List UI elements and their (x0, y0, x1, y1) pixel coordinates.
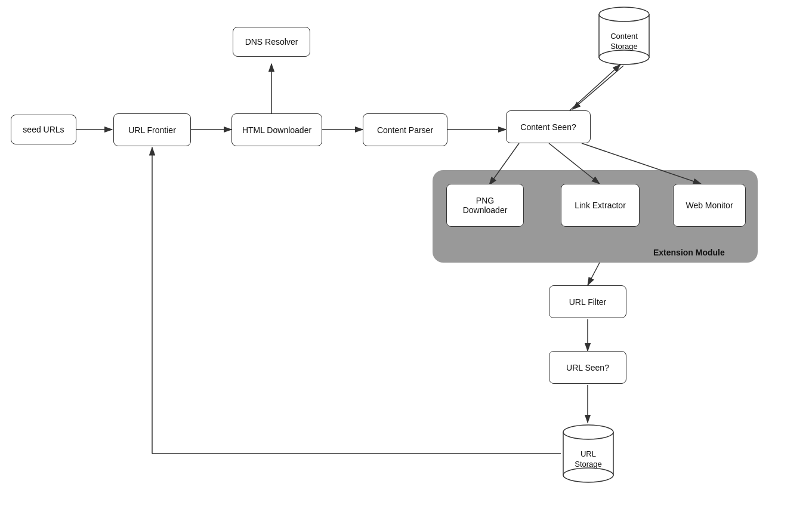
content-parser-node: Content Parser (363, 113, 447, 146)
arrows-layer (0, 0, 812, 530)
web-monitor-node: Web Monitor (673, 184, 746, 227)
png-downloader-node: PNG Downloader (446, 184, 524, 227)
svg-point-21 (563, 425, 613, 439)
extension-module-label: Extension Module (653, 248, 725, 257)
svg-line-6 (573, 66, 623, 109)
svg-point-20 (563, 468, 613, 482)
url-frontier-node: URL Frontier (113, 113, 191, 146)
content-seen-node: Content Seen? (506, 110, 591, 143)
url-storage-cylinder: URLStorage (561, 423, 616, 483)
link-extractor-node: Link Extractor (561, 184, 640, 227)
html-downloader-node: HTML Downloader (231, 113, 322, 146)
url-filter-node: URL Filter (549, 285, 626, 318)
dns-resolver-node: DNS Resolver (233, 27, 310, 57)
seed-urls-node: seed URLs (11, 115, 76, 144)
content-storage-cylinder: ContentStorage (597, 5, 652, 66)
url-seen-node: URL Seen? (549, 351, 626, 384)
svg-line-7 (570, 64, 620, 110)
diagram: Extension Module (0, 0, 812, 530)
svg-line-11 (588, 263, 600, 285)
svg-point-18 (599, 7, 649, 21)
svg-point-17 (599, 50, 649, 64)
